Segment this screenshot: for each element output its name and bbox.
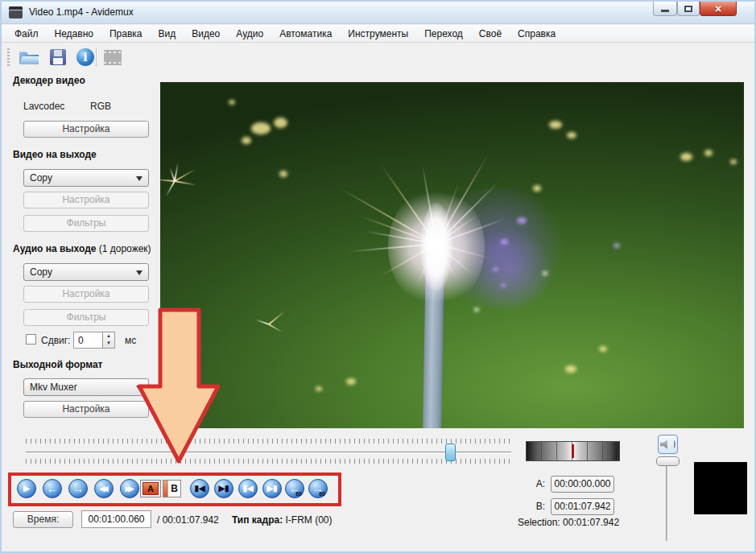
keyframe-left-icon: ▮◀ [242,485,253,493]
volume-slider-handle[interactable] [656,456,680,466]
menu-file[interactable]: Файл [6,26,47,42]
sparkler-core [420,203,452,291]
audio-configure-button[interactable]: Настройка [23,286,149,303]
video-filters-button[interactable]: Фильтры [23,215,149,232]
speaker-wave-icon [671,440,675,448]
current-time-input[interactable] [81,510,151,528]
fast-forward-button[interactable]: ▶▶ [120,479,139,498]
spark-streak [269,324,283,333]
marker-a-icon: A [143,482,159,495]
mute-button[interactable] [658,435,678,454]
close-button[interactable]: × [700,2,737,16]
timeline-track[interactable] [26,452,511,452]
bokeh-light [474,307,479,312]
total-time-label: / 00:01:07.942 [157,514,219,526]
spinner-arrows-icon[interactable]: ▲▼ [102,332,114,348]
shift-checkbox[interactable] [26,334,36,345]
output-format-title: Выходной формат [13,359,102,370]
properties-button[interactable] [101,46,124,68]
decoder-configure-button[interactable]: Настройка [23,121,149,138]
title-bar[interactable]: Video 1.mp4 - Avidemux × [2,2,754,24]
menu-custom[interactable]: Своё [471,26,510,42]
open-file-button[interactable] [18,46,40,68]
bokeh-light [533,185,541,192]
audio-filters-button[interactable]: Фильтры [23,309,149,326]
main-toolbar: i [2,43,754,70]
timeline-ticks-top [26,439,511,444]
video-codec-select[interactable]: Copy [23,169,149,187]
double-right-icon: ▶▶ [126,485,134,493]
marker-a-field[interactable]: 00:00:00.000 [551,476,614,493]
save-button[interactable] [47,46,69,68]
minimize-button[interactable] [653,2,677,16]
muxer-select[interactable]: Mkv Muxer [23,378,149,396]
timeline-slider-handle[interactable] [445,444,456,461]
toolbar-grip[interactable] [7,48,10,66]
shift-label: Сдвиг: [41,335,70,346]
set-marker-a-button[interactable]: A [140,480,161,497]
output-preview-box [694,462,747,514]
info-button[interactable]: i [74,46,97,68]
play-button[interactable]: ▶ [17,479,36,498]
bokeh-light [501,283,506,287]
minimize-icon [661,10,669,12]
set-marker-b-button[interactable]: B [163,480,181,497]
marker-b-label: B: [521,501,545,512]
forward-60s-button[interactable]: →60 [308,479,328,498]
toolbar-separator [96,47,97,67]
marker-b-field[interactable]: 00:01:07.942 [551,498,614,515]
maximize-button[interactable] [677,2,700,16]
arrow-right-icon: → [72,484,84,493]
speaker-icon [660,440,671,450]
previous-keyframe-button[interactable]: ▮◀ [238,479,258,498]
bokeh-light [549,121,562,129]
menu-audio[interactable]: Аудио [228,26,271,42]
menu-tools[interactable]: Инструменты [340,26,416,42]
decoder-section-title: Декодер видео [13,75,85,86]
spark-streak [175,168,196,182]
rewind-button[interactable]: ◀◀ [94,479,114,498]
bokeh-light [242,137,251,144]
shuttle-slider[interactable] [526,441,620,461]
spark-streak [255,319,270,325]
bokeh-light [229,100,235,105]
previous-black-frame-button[interactable]: ▮◀ [190,479,209,498]
audio-tracks-count: (1 дорожек) [99,243,151,254]
maximize-icon [684,6,692,12]
menu-recent[interactable]: Недавно [47,26,101,42]
close-icon: × [715,3,721,14]
menu-edit[interactable]: Правка [101,26,151,42]
jump-seconds-label: 60 [319,491,325,497]
menu-view[interactable]: Вид [151,26,184,42]
previous-frame-button[interactable]: ← [43,479,62,498]
video-configure-button[interactable]: Настройка [23,192,149,208]
bokeh-light [251,122,271,134]
bokeh-light [517,217,527,224]
play-icon: ▶ [23,485,30,493]
audio-codec-select[interactable]: Copy [23,263,149,281]
bokeh-light [613,243,620,248]
menu-go[interactable]: Переход [416,26,471,42]
menu-help[interactable]: Справка [510,26,564,42]
spark-streak [268,311,285,325]
back-60s-button[interactable]: ←60 [285,479,304,498]
marker-a-label: A: [521,478,545,489]
open-file-icon [19,51,39,64]
bokeh-light [501,239,508,245]
menu-video[interactable]: Видео [184,26,228,42]
bokeh-light [346,378,356,385]
frame-type-label: Тип кадра: I-FRM (00) [232,514,332,526]
next-frame-button[interactable]: → [68,479,88,498]
shift-spinbox[interactable]: 0 ▲▼ [73,332,115,349]
time-button[interactable]: Время: [13,511,73,528]
spark-streak [175,180,197,186]
next-black-frame-button[interactable]: ▶▮ [214,479,233,498]
marker-b-icon: B [168,481,180,497]
keyframe-right-icon: ▶▮ [266,485,277,493]
next-keyframe-button[interactable]: ▶▮ [262,479,282,498]
selection-label: Selection: 00:01:07.942 [518,517,619,528]
jump-seconds-label: 60 [295,491,302,497]
format-configure-button[interactable]: Настройка [23,401,149,418]
menu-auto[interactable]: Автоматика [271,26,340,42]
volume-track[interactable] [666,466,667,541]
